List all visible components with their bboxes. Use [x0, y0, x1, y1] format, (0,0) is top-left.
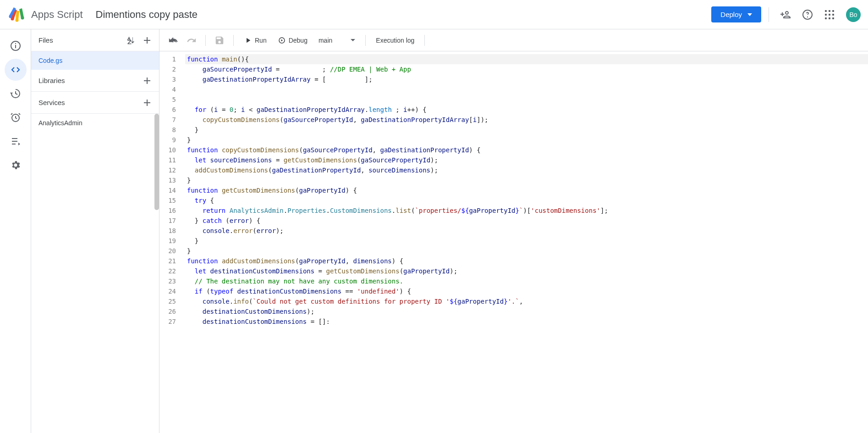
- code-line[interactable]: for (i = 0; i < gaDestinationPropertyIdA…: [185, 105, 868, 115]
- run-button[interactable]: Run: [239, 33, 271, 47]
- debug-button[interactable]: Debug: [273, 33, 312, 47]
- apps-grid-icon: [825, 10, 834, 19]
- code-line[interactable]: gaDestinationPropertyIdArray = [ ];: [185, 74, 868, 84]
- code-line[interactable]: }: [185, 135, 868, 145]
- execution-log-button[interactable]: Execution log: [371, 34, 419, 47]
- nav-editor[interactable]: [5, 59, 27, 81]
- history-icon: [10, 88, 21, 99]
- code-line[interactable]: [185, 84, 868, 94]
- deploy-button[interactable]: Deploy: [711, 6, 761, 22]
- code-line[interactable]: if (typeof destinationCustomDimensions =…: [185, 286, 868, 296]
- code-line[interactable]: console.info(`Could not get custom defin…: [185, 296, 868, 306]
- google-apps-button[interactable]: [820, 6, 839, 24]
- nav-settings[interactable]: [5, 154, 27, 176]
- save-icon: [214, 35, 225, 45]
- toolbar-divider: [424, 35, 425, 46]
- files-list: Code.gs: [31, 51, 159, 70]
- code-line[interactable]: } catch (error) {: [185, 216, 868, 226]
- service-item[interactable]: AnalyticsAdmin: [31, 114, 159, 132]
- divider: [769, 7, 769, 22]
- code-line[interactable]: }: [185, 246, 868, 256]
- header-right: Deploy Bo: [711, 6, 861, 24]
- code-line[interactable]: function getCustomDimensions(gaPropertyI…: [185, 185, 868, 195]
- code-line[interactable]: function main(){: [185, 54, 868, 64]
- code-editor[interactable]: 1234567891011121314151617181920212223242…: [159, 51, 868, 433]
- gear-icon: [10, 160, 21, 171]
- files-sidebar: Files Code.gs Libraries Services Analyti…: [31, 29, 159, 433]
- code-line[interactable]: let sourceDimensions = getCustomDimensio…: [185, 155, 868, 165]
- scrollbar-thumb[interactable]: [154, 114, 159, 210]
- plus-icon: [142, 35, 153, 46]
- sort-files-button[interactable]: [122, 32, 139, 49]
- code-line[interactable]: function copyCustomDimensions(gaSourcePr…: [185, 145, 868, 155]
- services-label: Services: [38, 99, 139, 106]
- code-line[interactable]: destinationCustomDimensions = []:: [185, 316, 868, 327]
- code-line[interactable]: // The destination may not have any cust…: [185, 276, 868, 286]
- undo-button[interactable]: [165, 32, 181, 49]
- code-line[interactable]: console.error(error);: [185, 226, 868, 236]
- product-name: Apps Script: [31, 9, 83, 21]
- avatar-initials: Bo: [849, 11, 857, 18]
- code-line[interactable]: }: [185, 125, 868, 135]
- play-icon: [244, 36, 252, 44]
- svg-rect-6: [15, 43, 16, 44]
- code-line[interactable]: addCustomDimensions(gaDestinationPropert…: [185, 165, 868, 175]
- editor-pane: Run Debug main Execution log 12345678910…: [159, 29, 868, 433]
- help-icon: [802, 9, 813, 20]
- code-line[interactable]: copyCustomDimensions(gaSourcePropertyId,…: [185, 115, 868, 125]
- nav-overview[interactable]: [5, 35, 27, 57]
- add-file-button[interactable]: [139, 32, 155, 49]
- apps-script-logo-icon: [7, 6, 26, 24]
- code-line[interactable]: try {: [185, 195, 868, 205]
- editor-toolbar: Run Debug main Execution log: [159, 29, 868, 51]
- libraries-label: Libraries: [38, 77, 139, 84]
- person-add-icon: [780, 9, 791, 20]
- redo-button[interactable]: [183, 32, 200, 49]
- code-line[interactable]: gaSourcePropertyId = ; //DP EMEA | Web +…: [185, 64, 868, 74]
- code-line[interactable]: function addCustomDimensions(gaPropertyI…: [185, 256, 868, 266]
- code-icon: [10, 64, 21, 75]
- help-button[interactable]: [798, 6, 817, 24]
- plus-icon: [142, 97, 153, 108]
- function-select-value: main: [319, 37, 332, 44]
- nav-executions[interactable]: [5, 130, 27, 152]
- main-area: Files Code.gs Libraries Services Analyti…: [0, 29, 868, 433]
- services-list: AnalyticsAdmin: [31, 114, 159, 132]
- svg-point-2: [16, 18, 19, 22]
- caret-down-icon: [351, 39, 355, 41]
- sort-az-icon: [126, 36, 135, 45]
- caret-down-icon: [747, 13, 752, 16]
- account-avatar[interactable]: Bo: [846, 7, 861, 22]
- save-button[interactable]: [211, 32, 228, 49]
- files-label: Files: [38, 36, 122, 44]
- add-service-button[interactable]: [139, 94, 155, 111]
- files-header: Files: [31, 29, 159, 51]
- executions-icon: [10, 136, 21, 147]
- execution-log-label: Execution log: [376, 37, 414, 44]
- function-select[interactable]: main: [314, 34, 360, 47]
- code-line[interactable]: [185, 94, 868, 105]
- code-content[interactable]: function main(){ gaSourcePropertyId = ; …: [185, 54, 868, 433]
- undo-icon: [168, 35, 178, 45]
- app-header: Apps Script Dimentions copy paste Deploy…: [0, 0, 868, 29]
- svg-rect-5: [15, 45, 16, 48]
- share-button[interactable]: [776, 6, 795, 24]
- line-number-gutter: 1234567891011121314151617181920212223242…: [159, 54, 185, 433]
- logo-area: Apps Script: [7, 6, 83, 24]
- debug-icon: [278, 36, 286, 44]
- deploy-label: Deploy: [720, 11, 742, 18]
- redo-icon: [187, 35, 197, 45]
- code-line[interactable]: }: [185, 175, 868, 185]
- project-title[interactable]: Dimentions copy paste: [96, 9, 198, 21]
- run-label: Run: [255, 37, 267, 44]
- toolbar-divider: [365, 35, 366, 46]
- code-line[interactable]: return AnalyticsAdmin.Properties.CustomD…: [185, 205, 868, 216]
- file-item[interactable]: Code.gs: [31, 51, 159, 70]
- nav-project-history[interactable]: [5, 83, 27, 105]
- services-header: Services: [31, 92, 159, 114]
- code-line[interactable]: }: [185, 236, 868, 246]
- code-line[interactable]: destinationCustomDimensions);: [185, 306, 868, 316]
- code-line[interactable]: let destinationCustomDimensions = getCus…: [185, 266, 868, 276]
- add-library-button[interactable]: [139, 72, 155, 89]
- nav-triggers[interactable]: [5, 106, 27, 128]
